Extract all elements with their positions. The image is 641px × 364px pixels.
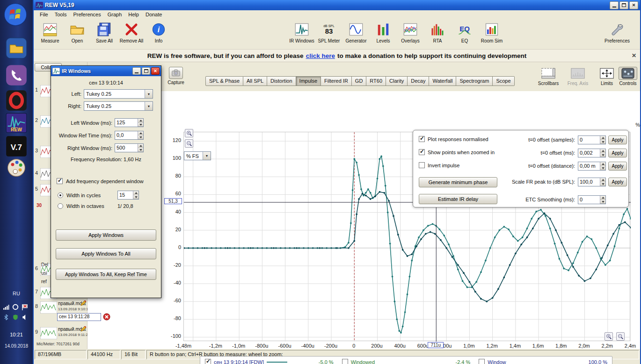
restore-button[interactable] — [619, 1, 628, 9]
tab-impulse[interactable]: Impulse — [296, 76, 321, 86]
title-bar[interactable]: REW V5,19 ✕ — [34, 0, 640, 10]
v7-player-icon[interactable]: V.7 — [6, 136, 27, 157]
shield-icon[interactable] — [12, 314, 19, 321]
file-explorer-icon[interactable] — [6, 37, 27, 59]
etc-smoothing-ms-input[interactable]: 0 — [578, 195, 606, 204]
scrollbars-button[interactable]: Scrollbars — [535, 67, 561, 86]
fdw-checkbox[interactable] — [57, 178, 63, 184]
spin-up-icon[interactable] — [138, 131, 143, 136]
tab-filtered-ir[interactable]: Filtered IR — [321, 76, 352, 86]
show-points-when-zoomed-in-checkbox[interactable] — [419, 149, 425, 155]
menu-preferences[interactable]: Preferences — [70, 11, 104, 18]
zoom-x-icon[interactable] — [605, 332, 613, 341]
estimate-ir-delay-button[interactable]: Estimate IR delay — [419, 194, 497, 204]
toolbar-remove-all-button[interactable]: Remove All — [118, 20, 145, 47]
toolbar-info-button[interactable]: iInfo — [145, 20, 172, 47]
edit-pen-icon[interactable] — [80, 300, 86, 306]
width-in-octaves-radio[interactable] — [58, 203, 63, 209]
toolbar-measure-button[interactable]: Measure — [36, 20, 64, 47]
viber-icon[interactable] — [6, 64, 27, 86]
minimize-button[interactable] — [610, 1, 619, 9]
zoom-out-icon[interactable] — [185, 139, 193, 148]
dialog-maximize-button[interactable] — [142, 67, 150, 75]
capture-button[interactable]: Capture — [166, 67, 186, 85]
clock[interactable]: 10:21 — [0, 332, 33, 337]
spin-up-icon[interactable] — [138, 119, 143, 123]
spin-up-icon[interactable] — [600, 149, 605, 153]
apply-windows-to-all-button[interactable]: Apply Windows To All — [56, 248, 156, 259]
dialog-minimize-button[interactable] — [132, 67, 141, 75]
toolbar-rta-button[interactable]: RTA — [424, 20, 451, 47]
zoom-in-icon[interactable] — [185, 129, 193, 137]
banner-close-icon[interactable]: ✕ — [632, 52, 636, 59]
trace-name-input[interactable]: сен 13 9:11:28 — [57, 313, 101, 321]
toolbar-eq-button[interactable]: EQEQ — [451, 20, 478, 47]
menu-file[interactable]: File — [36, 11, 51, 18]
t-0-offset-distance-input[interactable]: 0,00 m — [578, 162, 606, 171]
spin-down-icon[interactable] — [138, 123, 143, 127]
menu-donate[interactable]: Donate — [142, 11, 165, 18]
apply-button[interactable]: Apply — [608, 136, 627, 144]
spin-up-icon[interactable] — [600, 196, 605, 200]
legend-checkbox[interactable] — [205, 359, 211, 364]
invert-impulse-checkbox[interactable] — [419, 162, 425, 168]
menu-help[interactable]: Help — [125, 11, 142, 18]
delete-trace-icon[interactable] — [103, 313, 110, 321]
measurement-item-9[interactable]: 9правый.mdat13.09.2018 9:11:28Mic/Meter:… — [34, 325, 87, 348]
network-signal-icon[interactable] — [3, 304, 9, 310]
spin-up-icon[interactable] — [600, 136, 605, 140]
menu-tools[interactable]: Tools — [51, 11, 70, 18]
tab-all-spl[interactable]: All SPL — [243, 76, 267, 86]
tab-waterfall[interactable]: Waterfall — [429, 76, 456, 86]
scale-fr-peak-to-db-spl-input[interactable]: 100,0 — [578, 178, 606, 186]
toolbar-overlays-button[interactable]: Overlays — [397, 20, 424, 47]
spin-up-icon[interactable] — [600, 162, 605, 166]
toolbar-save-all-button[interactable]: Save All — [91, 20, 118, 47]
left-window-input[interactable]: 125 — [115, 118, 144, 127]
spin-down-icon[interactable] — [138, 136, 143, 140]
legend-checkbox[interactable] — [479, 359, 485, 364]
cycles-input[interactable]: 15 — [117, 191, 139, 200]
start-orb-icon[interactable] — [4, 3, 27, 26]
spin-down-icon[interactable] — [600, 140, 605, 144]
toolbar-preferences-button[interactable]: Preferences — [604, 20, 631, 47]
tab-scope[interactable]: Scope — [493, 76, 514, 86]
right-window-input[interactable]: 500 — [115, 143, 144, 152]
t-0-offset-samples-input[interactable]: 0 — [578, 136, 606, 144]
tab-spectrogram[interactable]: Spectrogram — [456, 76, 493, 86]
apply-button[interactable]: Apply — [608, 149, 627, 157]
spin-up-icon[interactable] — [600, 178, 605, 182]
volume-icon[interactable] — [22, 314, 28, 321]
date[interactable]: 14.09.2018 — [0, 343, 33, 349]
tab-gd[interactable]: GD — [352, 76, 367, 86]
t-0-offset-ms-input[interactable]: 0,002 — [578, 149, 606, 157]
ref-time-input[interactable]: 0,0 — [115, 131, 144, 140]
apply-windows-button[interactable]: Apply Windows — [56, 229, 156, 241]
controls-button[interactable]: Controls — [615, 67, 641, 86]
error-flag-icon[interactable] — [22, 304, 28, 310]
opera-icon[interactable] — [6, 90, 27, 111]
right-window-type-select[interactable]: Tukey 0.25 ▼ — [84, 101, 153, 111]
menu-graph[interactable]: Graph — [104, 11, 125, 18]
ir-dialog-titlebar[interactable]: IR Windows ✕ — [51, 66, 161, 76]
spin-up-icon[interactable] — [138, 144, 143, 148]
tab-clarity[interactable]: Clarity — [386, 76, 408, 86]
dialog-close-button[interactable]: ✕ — [151, 67, 160, 75]
left-window-type-select[interactable]: Tukey 0.25 ▼ — [84, 89, 153, 99]
spin-down-icon[interactable] — [600, 166, 605, 171]
donate-link[interactable]: click here — [306, 52, 335, 59]
spin-down-icon[interactable] — [600, 182, 605, 186]
generate-minimum-phase-button[interactable]: Generate minimum phase — [419, 177, 497, 187]
language-indicator[interactable]: RU — [0, 291, 33, 296]
toolbar-room-sim-button[interactable]: Room Sim — [478, 20, 505, 47]
legend-checkbox[interactable] — [342, 359, 348, 364]
toolbar-levels-button[interactable]: Levels — [370, 20, 397, 47]
tab-rt60[interactable]: RT60 — [366, 76, 386, 86]
zoom-y-icon[interactable] — [616, 332, 625, 341]
rew-app-icon[interactable]: REW — [6, 112, 27, 134]
apply-windows-keep-ref-button[interactable]: Apply Windows To All, Keep Ref Time — [56, 269, 156, 280]
tab-spl-phase[interactable]: SPL & Phase — [205, 76, 243, 86]
plot-responses-normalised-checkbox[interactable] — [419, 136, 425, 142]
messenger-tray-icon[interactable] — [12, 304, 19, 310]
measurement-item-8[interactable]: 8правый.mdat13.09.2018 9:10:14 — [34, 300, 87, 325]
